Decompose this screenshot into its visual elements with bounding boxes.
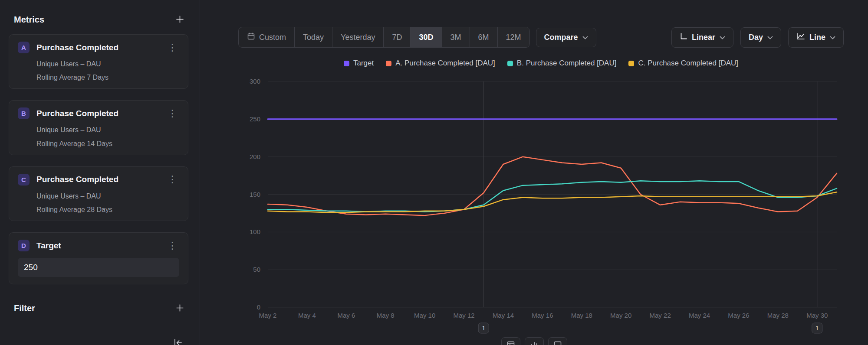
legend-label: C. Purchase Completed [DAU]: [638, 59, 738, 68]
metric-menu-button[interactable]: ⋮: [165, 109, 179, 118]
bar-chart-icon: [530, 341, 538, 345]
range-3m-button[interactable]: 3M: [442, 27, 470, 47]
scale-selector-button[interactable]: Linear: [671, 27, 733, 48]
legend-item-c[interactable]: C. Purchase Completed [DAU]: [628, 59, 738, 68]
metric-card-b[interactable]: B Purchase Completed ⋮ Unique Users – DA…: [9, 100, 188, 155]
target-value-input[interactable]: [18, 258, 179, 277]
view-toggle-bar: [501, 337, 567, 345]
svg-text:May 30: May 30: [806, 312, 828, 319]
legend-item-a[interactable]: A. Purchase Completed [DAU]: [386, 59, 495, 68]
legend-item-target[interactable]: Target: [344, 59, 374, 68]
svg-text:May 12: May 12: [453, 312, 474, 319]
range-custom-button[interactable]: Custom: [239, 27, 294, 47]
legend-label: Target: [353, 59, 374, 68]
svg-text:May 4: May 4: [298, 312, 316, 319]
add-filter-button[interactable]: [176, 304, 184, 313]
metric-view-button[interactable]: [548, 337, 567, 345]
date-range-control: Custom Today Yesterday 7D 30D 3M 6M 12M: [238, 27, 530, 48]
range-30d-button[interactable]: 30D: [410, 27, 441, 47]
metric-title: Purchase Completed: [36, 175, 158, 184]
svg-text:May 14: May 14: [493, 312, 514, 319]
bar-view-button[interactable]: [525, 337, 544, 345]
chevron-down-icon: [767, 33, 773, 42]
svg-text:May 8: May 8: [377, 312, 395, 319]
metric-card-a[interactable]: A Purchase Completed ⋮ Unique Users – DA…: [9, 34, 188, 89]
number-view-icon: [554, 341, 562, 345]
metrics-title: Metrics: [14, 15, 44, 25]
granularity-selector-button[interactable]: Day: [740, 27, 781, 48]
svg-text:0: 0: [257, 303, 260, 311]
metrics-sidebar: Metrics A Purchase Completed ⋮ Unique Us…: [0, 0, 200, 345]
metric-measurement[interactable]: Unique Users – DAU: [36, 60, 179, 68]
range-today-button[interactable]: Today: [294, 27, 332, 47]
target-title: Target: [36, 241, 158, 251]
chevron-down-icon: [720, 33, 725, 42]
series-badge-c: C: [18, 174, 30, 186]
filter-header: Filter: [9, 303, 188, 313]
chart-settings-group: Linear Day Line: [671, 27, 844, 48]
metric-measurement[interactable]: Unique Users – DAU: [36, 192, 179, 200]
svg-text:100: 100: [250, 228, 260, 235]
metric-rolling-average[interactable]: Rolling Average 14 Days: [36, 140, 179, 148]
chart-toolbar: Custom Today Yesterday 7D 30D 3M 6M 12M …: [238, 27, 844, 48]
metric-menu-button[interactable]: ⋮: [165, 175, 179, 184]
range-12m-button[interactable]: 12M: [497, 27, 529, 47]
legend-item-b[interactable]: B. Purchase Completed [DAU]: [507, 59, 617, 68]
insights-report: Metrics A Purchase Completed ⋮ Unique Us…: [0, 0, 868, 345]
line-chart-icon: [796, 33, 805, 42]
add-metric-button[interactable]: [176, 15, 184, 25]
svg-text:1: 1: [815, 325, 819, 332]
legend-swatch-a: [386, 61, 391, 66]
svg-text:200: 200: [250, 153, 260, 160]
collapse-sidebar-button[interactable]: [173, 338, 183, 345]
metric-card-c[interactable]: C Purchase Completed ⋮ Unique Users – DA…: [9, 166, 188, 221]
svg-text:May 10: May 10: [414, 312, 435, 319]
svg-text:300: 300: [250, 78, 260, 85]
chevron-down-icon: [830, 33, 835, 42]
table-view-button[interactable]: [501, 337, 520, 345]
filter-title: Filter: [14, 303, 35, 313]
chart-panel: Custom Today Yesterday 7D 30D 3M 6M 12M …: [200, 0, 868, 345]
compare-label: Compare: [544, 33, 578, 42]
series-badge-d: D: [18, 240, 30, 251]
range-7d-button[interactable]: 7D: [383, 27, 410, 47]
target-card[interactable]: D Target ⋮: [9, 232, 188, 284]
chart-legend: Target A. Purchase Completed [DAU] B. Pu…: [238, 59, 844, 68]
metric-rolling-average[interactable]: Rolling Average 28 Days: [36, 205, 179, 214]
compare-button[interactable]: Compare: [536, 28, 596, 47]
legend-swatch-b: [507, 61, 513, 66]
scale-label: Linear: [692, 33, 715, 42]
svg-text:May 24: May 24: [689, 312, 710, 319]
series-badge-b: B: [18, 107, 30, 119]
plus-icon: [176, 15, 184, 25]
range-yesterday-button[interactable]: Yesterday: [332, 27, 383, 47]
svg-text:150: 150: [250, 191, 260, 198]
legend-label: A. Purchase Completed [DAU]: [395, 59, 495, 68]
chart-type-label: Line: [809, 33, 825, 42]
metrics-line-chart[interactable]: 05010015020025030011May 2May 4May 6May 8…: [238, 70, 844, 339]
svg-text:May 2: May 2: [259, 312, 277, 319]
calendar-icon: [247, 32, 255, 42]
svg-text:May 16: May 16: [532, 312, 553, 319]
svg-text:May 20: May 20: [610, 312, 631, 319]
metric-title: Purchase Completed: [36, 43, 158, 52]
metric-menu-button[interactable]: ⋮: [165, 43, 179, 52]
svg-text:May 22: May 22: [650, 312, 671, 319]
series-badge-a: A: [18, 42, 30, 53]
target-menu-button[interactable]: ⋮: [165, 241, 179, 251]
svg-text:1: 1: [482, 325, 485, 332]
metrics-header: Metrics: [9, 15, 188, 25]
svg-text:May 28: May 28: [767, 312, 789, 319]
chart-type-selector-button[interactable]: Line: [788, 27, 844, 48]
granularity-label: Day: [749, 33, 763, 42]
svg-text:50: 50: [253, 266, 260, 273]
metric-measurement[interactable]: Unique Users – DAU: [36, 126, 179, 134]
range-custom-label: Custom: [259, 33, 286, 42]
svg-text:May 18: May 18: [571, 312, 592, 319]
chevron-down-icon: [582, 33, 588, 42]
metric-rolling-average[interactable]: Rolling Average 7 Days: [36, 73, 179, 81]
svg-text:May 6: May 6: [337, 312, 355, 319]
chart-area: 05010015020025030011May 2May 4May 6May 8…: [238, 70, 844, 341]
range-6m-button[interactable]: 6M: [470, 27, 497, 47]
collapse-left-icon: [173, 338, 183, 345]
